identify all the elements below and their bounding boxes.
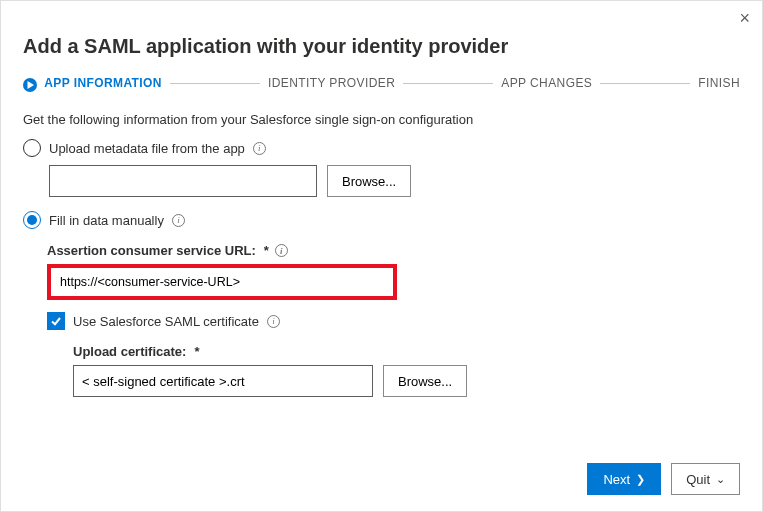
acs-url-input[interactable] <box>52 269 392 295</box>
dialog: × Add a SAML application with your ident… <box>0 0 763 512</box>
chevron-right-icon: ❯ <box>636 473 645 486</box>
step-separator <box>600 83 690 84</box>
label-text: Assertion consumer service URL: <box>47 243 256 258</box>
certificate-file-input[interactable] <box>73 365 373 397</box>
upload-cert-label: Upload certificate: * <box>73 344 740 359</box>
chevron-down-icon: ⌄ <box>716 473 725 486</box>
svg-marker-0 <box>28 81 35 89</box>
acs-url-label: Assertion consumer service URL: * i <box>47 243 740 258</box>
upload-cert-row: Browse... <box>73 365 740 397</box>
step-app-information[interactable]: APP INFORMATION <box>23 76 162 90</box>
step-separator <box>403 83 493 84</box>
info-icon[interactable]: i <box>172 214 185 227</box>
info-icon[interactable]: i <box>267 315 280 328</box>
option-manual[interactable]: Fill in data manually i <box>23 211 740 229</box>
info-icon[interactable]: i <box>253 142 266 155</box>
dialog-footer: Next ❯ Quit ⌄ <box>587 463 740 495</box>
page-title: Add a SAML application with your identit… <box>23 35 740 58</box>
metadata-file-input[interactable] <box>49 165 317 197</box>
browse-metadata-button[interactable]: Browse... <box>327 165 411 197</box>
label-text: Upload certificate: <box>73 344 186 359</box>
step-separator <box>170 83 260 84</box>
info-icon[interactable]: i <box>275 244 288 257</box>
step-label: APP INFORMATION <box>44 76 162 90</box>
step-app-changes[interactable]: APP CHANGES <box>501 76 592 90</box>
saml-cert-checkbox[interactable] <box>47 312 65 330</box>
quit-button[interactable]: Quit ⌄ <box>671 463 740 495</box>
upload-file-row: Browse... <box>49 165 740 197</box>
step-finish[interactable]: FINISH <box>698 76 740 90</box>
radio-manual[interactable] <box>23 211 41 229</box>
play-circle-icon <box>23 78 37 92</box>
required-asterisk: * <box>194 344 199 359</box>
acs-highlight-box <box>47 264 397 300</box>
close-icon[interactable]: × <box>739 9 750 27</box>
upload-cert-block: Upload certificate: * Browse... <box>73 344 740 397</box>
close-glyph: × <box>739 8 750 28</box>
option-label: Fill in data manually <box>49 213 164 228</box>
option-upload-metadata[interactable]: Upload metadata file from the app i <box>23 139 740 157</box>
required-asterisk: * <box>264 243 269 258</box>
next-button[interactable]: Next ❯ <box>587 463 661 495</box>
checkbox-label: Use Salesforce SAML certificate <box>73 314 259 329</box>
wizard-stepper: APP INFORMATION IDENTITY PROVIDER APP CH… <box>23 76 740 90</box>
step-identity-provider[interactable]: IDENTITY PROVIDER <box>268 76 395 90</box>
option-label: Upload metadata file from the app <box>49 141 245 156</box>
intro-text: Get the following information from your … <box>23 112 740 127</box>
browse-certificate-button[interactable]: Browse... <box>383 365 467 397</box>
radio-upload[interactable] <box>23 139 41 157</box>
button-label: Quit <box>686 472 710 487</box>
button-label: Next <box>603 472 630 487</box>
saml-cert-row[interactable]: Use Salesforce SAML certificate i <box>47 312 740 330</box>
manual-fields: Assertion consumer service URL: * i Use … <box>47 243 740 397</box>
